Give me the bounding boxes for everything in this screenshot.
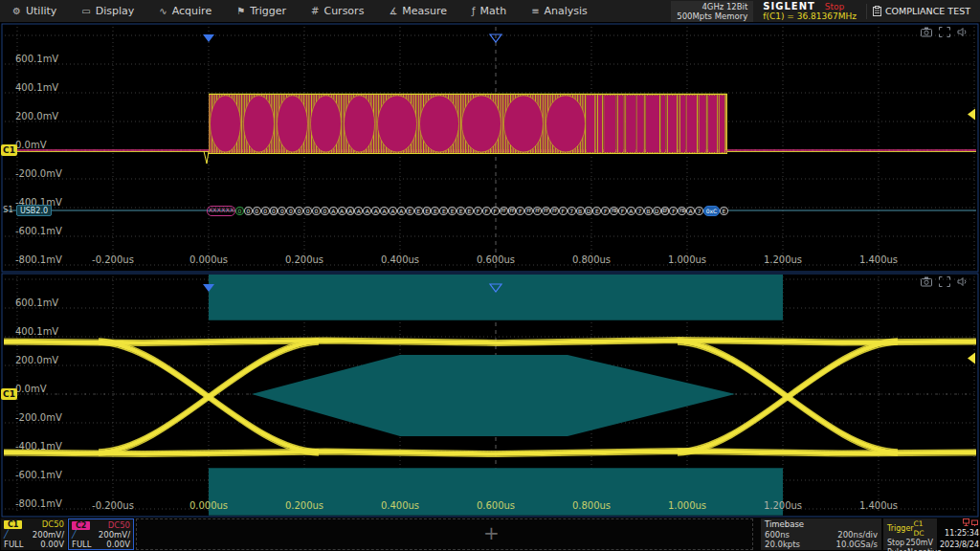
- trigger-level: 250mV: [905, 539, 933, 548]
- decode-token: E: [414, 207, 423, 215]
- decode-token: F: [669, 207, 678, 215]
- clock: 11:25:34 2023/8/24: [939, 518, 980, 550]
- slope-icon: ╱: [4, 531, 9, 539]
- trigger-status: Stop: [887, 539, 904, 548]
- decode-token: A: [627, 207, 635, 215]
- decode-token: F: [559, 207, 568, 215]
- decode-token: A: [346, 207, 355, 215]
- timebase-title: Timebase: [765, 519, 804, 529]
- c2-offset: 0.00V: [106, 540, 130, 549]
- decode-token: 0: [295, 207, 303, 215]
- waveform-display[interactable]: C1 S1 USB2.0 XXXXXX00000000000AAAAAAAAAE…: [0, 23, 980, 273]
- c1-scale: 200mV/: [33, 530, 64, 540]
- decode-token: XXXXXX: [207, 206, 235, 216]
- decode-token: E: [431, 207, 439, 215]
- status-bar: C1 DC50 ╱ 200mV/ FULL 0.00V C2 DC50 ╱ 20…: [0, 518, 980, 551]
- decode-token: E: [423, 207, 432, 215]
- decode-token: F: [516, 207, 524, 215]
- add-channel-plus[interactable]: +: [483, 521, 500, 544]
- timebase-points: 20.0kpts: [765, 540, 800, 549]
- trigger-box[interactable]: Trigger C1 DC Stop 250mV Pulse Negative: [883, 518, 937, 550]
- trigger-title: Trigger: [887, 524, 914, 534]
- decode-token: D: [585, 207, 593, 215]
- decode-token: A: [338, 207, 346, 215]
- camera-icon[interactable]: [921, 27, 932, 37]
- decode-token: 7: [695, 207, 703, 215]
- timebase-scale: 200ns/div: [837, 530, 878, 540]
- timebase-delay: 600ns: [765, 530, 790, 540]
- decode-token: A: [354, 207, 363, 215]
- decode-token: FB: [610, 207, 618, 215]
- decode-token: A: [371, 207, 380, 215]
- decode-token: E: [448, 207, 457, 215]
- decode-token: F: [601, 207, 610, 215]
- decode-token: F: [482, 207, 491, 215]
- c1-coupling: DC50: [42, 519, 64, 529]
- camera-icon[interactable]: [921, 276, 932, 287]
- decode-token: 0: [303, 207, 312, 215]
- timebase-box[interactable]: Timebase 600ns 200ns/div 20.0kpts 10.0GS…: [761, 518, 881, 550]
- c2-coupling: DC50: [108, 520, 130, 530]
- slope-icon: ╱: [72, 531, 77, 539]
- time-readout: 11:25:34: [945, 529, 979, 539]
- decode-token: A: [363, 207, 371, 215]
- decode-token: 7: [568, 207, 576, 215]
- decode-token: FF: [500, 207, 508, 215]
- trigger-source: C1 DC: [914, 519, 933, 539]
- decode-token: F: [474, 207, 482, 215]
- decode-token: 0: [253, 207, 261, 215]
- c1-channel-badge[interactable]: C1: [1, 388, 17, 400]
- decode-token: 7: [635, 207, 644, 215]
- decode-token: D: [653, 207, 661, 215]
- decode-token: E: [720, 207, 728, 215]
- decode-token: F: [491, 207, 500, 215]
- decode-token: B: [644, 207, 653, 215]
- decode-token: B: [576, 207, 585, 215]
- c2-badge: C2: [72, 521, 90, 530]
- decode-token: A: [397, 207, 406, 215]
- eye-diagram-display[interactable]: C1: [0, 273, 980, 518]
- decode-token: A: [380, 207, 389, 215]
- date-readout: 2023/8/24: [940, 540, 979, 550]
- decode-token: A: [686, 207, 695, 215]
- decode-token: FF: [542, 207, 550, 215]
- decode-token: 0: [261, 207, 270, 215]
- s1-bus-label: S1: [3, 205, 13, 214]
- channel-c2-box[interactable]: C2 DC50 ╱ 200mV/ FULL 0.00V: [68, 518, 134, 550]
- sound-icon[interactable]: [957, 276, 969, 287]
- decode-token: E: [406, 207, 414, 215]
- add-channel-box[interactable]: +: [136, 518, 753, 550]
- decode-token: 0: [278, 207, 286, 215]
- oscilloscope-screen: ⚙Utility▭Display∿Acquire⚑Trigger#Cursors…: [0, 0, 980, 551]
- expand-icon[interactable]: [939, 276, 950, 287]
- c1-offset: 0.00V: [40, 540, 64, 549]
- decode-token: E: [439, 207, 448, 215]
- decode-token: E: [592, 207, 601, 215]
- channel-c1-box[interactable]: C1 DC50 ╱ 200mV/ FULL 0.00V: [1, 518, 67, 550]
- decode-token: A: [389, 207, 397, 215]
- decode-token: FB: [678, 207, 686, 215]
- decode-token: FF: [524, 207, 533, 215]
- c2-scale: 200mV/: [99, 530, 130, 540]
- usb-decode-row[interactable]: XXXXXX00000000000AAAAAAAAAEEEEEEEEFFFFFF…: [207, 205, 731, 217]
- decode-token: E: [465, 207, 474, 215]
- plot2-corner-icons: [921, 276, 969, 287]
- c2-bandwidth: FULL: [72, 540, 92, 549]
- decode-token: 0: [286, 207, 295, 215]
- decode-token: 0: [244, 207, 253, 215]
- sound-icon[interactable]: [957, 27, 969, 37]
- c1-bandwidth: FULL: [4, 540, 24, 549]
- decode-token: 0xC: [703, 206, 720, 216]
- timebase-rate: 10.0GSa/s: [836, 540, 878, 549]
- c1-channel-badge[interactable]: C1: [1, 144, 17, 156]
- plot1-corner-icons: [921, 27, 969, 37]
- decode-token: FF: [533, 207, 542, 215]
- decode-token: F: [618, 207, 627, 215]
- decode-token: EF: [661, 207, 670, 215]
- decode-token: 0: [270, 207, 278, 215]
- usb2-bus-badge[interactable]: USB2.0: [16, 205, 52, 216]
- expand-icon[interactable]: [939, 27, 950, 37]
- decode-token: 0: [235, 207, 244, 215]
- decode-token: FF: [508, 207, 517, 215]
- network-icon[interactable]: [963, 518, 979, 527]
